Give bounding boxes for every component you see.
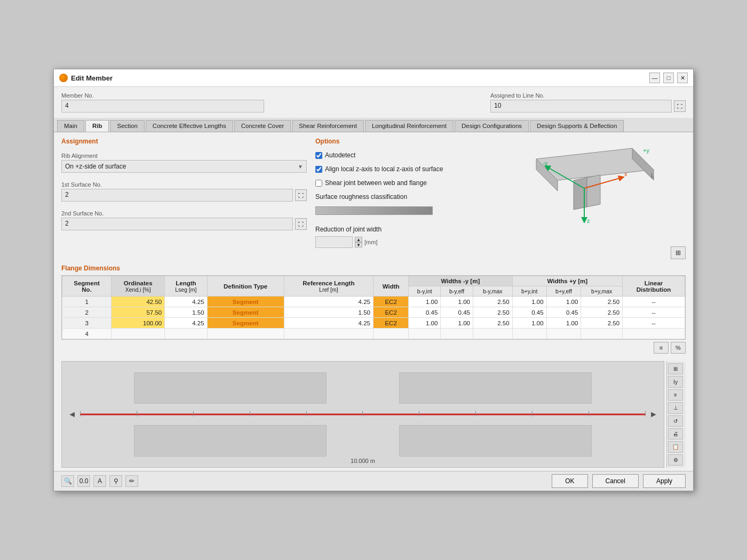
viz-btn-align[interactable]: ⊥ [668,402,683,413]
viz-btn-iy[interactable]: Iy [668,376,683,387]
col-by-eff: b-y,eff [441,286,473,297]
surface2-label: 2nd Surface No. [61,210,307,217]
svg-marker-4 [587,175,600,207]
visualization-area: ◄ ► 10.000 m [61,361,664,468]
svg-text:-y: -y [543,160,548,166]
member-no-label: Member No. [61,92,264,99]
status-bar: 🔍 0.0 A ⚲ ✏ OK Cancel Apply [54,471,693,491]
col-ref-length: Reference LengthLref [m] [284,276,373,297]
tick [589,411,589,417]
roughness-bar[interactable] [315,206,433,215]
surface-roughness-label: Surface roughness classification [315,193,488,201]
table-row: 2 57.50 1.50 Segment 1.50 EC2 0.45 0.45 … [62,307,685,318]
table-tools-row: ≡ % [61,340,686,356]
surface1-pick-btn[interactable]: ⛶ [295,189,307,201]
tab-long-reinf[interactable]: Longitudinal Reinforcement [365,120,454,132]
tab-rib[interactable]: Rib [85,120,109,132]
minimize-button[interactable]: — [649,73,660,83]
viz-btn-settings[interactable]: ⚙ [668,454,683,466]
joint-unit: [mm] [364,239,377,245]
tab-design-config[interactable]: Design Configurations [455,120,529,132]
col-by-int: b-y,int [409,286,441,297]
tick [137,411,137,417]
pen-icon-btn[interactable]: ✏ [125,475,138,487]
rib-alignment-group: Rib Alignment On +z-side of surface ▼ [61,153,307,173]
align-z-row: Align local z-axis to local z-axis of su… [315,165,488,173]
table-row: 3 100.00 4.25 Segment 4.25 EC2 1.00 1.00… [62,318,685,329]
top-fields: Member No. 4 Assigned to Line No. 10 ⛶ [54,87,693,118]
surface2-pick-btn[interactable]: ⛶ [295,218,307,230]
model-action-btn[interactable]: ⊞ [671,246,686,259]
viz-btn-export[interactable]: 📋 [668,441,683,452]
flange-section: Flange Dimensions SegmentNo. OrdinatesXe… [54,265,693,361]
col-widths-pos-y: Widths +y [m] [512,276,623,286]
tick [80,411,81,417]
joint-width-input[interactable] [315,236,353,248]
flange-table: SegmentNo. OrdinatesXend,i [%] LengthLse… [62,276,685,339]
dialog-title: Edit Member [71,74,113,82]
surface2-input[interactable]: 2 [61,218,293,230]
maximize-button[interactable]: □ [663,73,674,83]
viz-block-right-bot [399,425,592,457]
shear-joint-checkbox[interactable] [315,180,322,187]
rib-alignment-select[interactable]: On +z-side of surface ▼ [61,160,307,173]
tab-design-supports[interactable]: Design Supports & Deflection [530,120,624,132]
spinner-up[interactable]: ▲ [355,237,362,242]
arrow-right: ► [649,410,658,419]
dim-label: 10.000 m [351,458,375,464]
viz-btn-list[interactable]: ≡ [668,389,683,401]
app-icon [59,74,68,82]
viz-btn-grid[interactable]: ⊞ [668,363,683,374]
svg-text:L: L [651,172,654,179]
viz-right-toolbar: ⊞ Iy ≡ ⊥ ↺ 🖨 📋 ⚙ [666,361,686,468]
viz-btn-refresh[interactable]: ↺ [668,415,683,427]
surface1-input[interactable]: 2 [61,189,293,202]
tab-main[interactable]: Main [57,120,84,132]
viz-block-left-bot [134,425,327,457]
svg-text:+y: +y [643,147,649,154]
numeric-icon-btn[interactable]: 0.0 [77,475,90,487]
tab-section[interactable]: Section [110,120,144,132]
table-lines-btn[interactable]: ≡ [654,342,669,354]
surface2-row: 2 ⛶ [61,218,307,230]
link-icon-btn[interactable]: ⚲ [109,475,122,487]
svg-text:x: x [624,171,627,177]
bottom-icon-row: ⊞ [494,246,686,259]
member-no-input[interactable]: 4 [61,100,264,113]
arrow-left: ◄ [68,410,76,419]
assigned-line-group: Assigned to Line No. 10 ⛶ [490,92,686,113]
viz-btn-print[interactable]: 🖨 [668,428,683,439]
autodetect-checkbox[interactable] [315,152,322,159]
surface1-row: 2 ⛶ [61,189,307,202]
viz-flange-right [399,372,592,404]
assigned-line-input[interactable]: 10 [490,100,672,113]
right-panel: x -y +y z L [488,138,686,259]
beam-line [80,414,646,415]
assigned-line-label: Assigned to Line No. [490,92,686,99]
table-percent-btn[interactable]: % [671,342,686,354]
tab-concrete-eff[interactable]: Concrete Effective Lengths [146,120,233,132]
left-panel: Assignment Rib Alignment On +z-side of s… [61,138,307,259]
close-button[interactable]: ✕ [677,73,688,83]
col-linear-dist: LinearDistribution [623,276,685,297]
assignment-heading: Assignment [61,138,307,145]
tick-row [80,411,646,417]
model-view: x -y +y z L [504,138,675,244]
tab-shear-reinf[interactable]: Shear Reinforcement [292,120,364,132]
assigned-line-pick-btn[interactable]: ⛶ [674,100,686,112]
joint-width-spinner: ▲ ▼ [355,237,362,247]
cancel-button[interactable]: Cancel [592,474,639,488]
ok-button[interactable]: OK [552,474,587,488]
edit-member-dialog: Edit Member — □ ✕ Member No. 4 Assigned … [53,69,694,491]
flange-table-container: SegmentNo. OrdinatesXend,i [%] LengthLse… [61,275,686,340]
align-icon-btn[interactable]: A [93,475,106,487]
apply-button[interactable]: Apply [643,474,686,488]
member-no-group: Member No. 4 [61,92,264,113]
model-svg: x -y +y z L [504,138,664,239]
align-z-checkbox[interactable] [315,166,322,173]
col-ordinates: OrdinatesXend,i [%] [112,276,165,297]
search-icon-btn[interactable]: 🔍 [61,475,74,487]
surface2-group: 2nd Surface No. 2 ⛶ [61,210,307,230]
spinner-down[interactable]: ▼ [355,242,362,247]
tab-concrete-cover[interactable]: Concrete Cover [234,120,291,132]
